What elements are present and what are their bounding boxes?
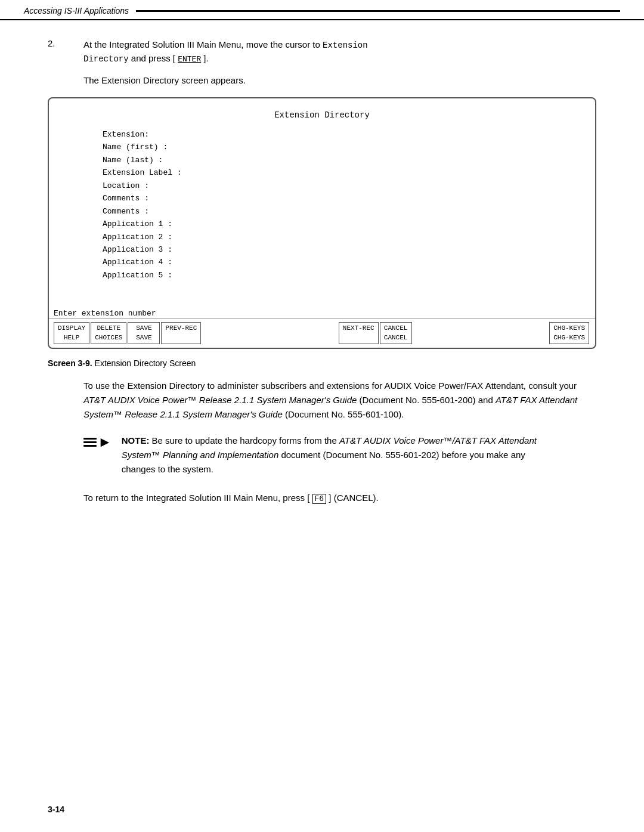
screen-field-6: Comments : — [103, 192, 577, 205]
screen-form: Extension: Name (first) : Name (last) : … — [67, 128, 577, 282]
fkey-cancel-cancel[interactable]: CANCELCANCEL — [380, 322, 412, 344]
screen-field-8: Application 1 : — [103, 218, 577, 230]
step-2-row: 2. At the Integrated Solution III Main M… — [48, 38, 596, 66]
body-para-1-em1: AT&T AUDIX Voice Power™ Release 2.1.1 Sy… — [83, 395, 357, 405]
step-2-text: At the Integrated Solution III Main Menu… — [83, 38, 368, 66]
header-rule — [136, 10, 620, 12]
screen-field-1: Extension: — [103, 128, 577, 141]
footer-key: F6 — [312, 494, 327, 504]
header-title: Accessing IS-III Applications — [24, 6, 129, 16]
fkey-display-help[interactable]: DISPLAYHELP — [54, 322, 89, 344]
note-label: NOTE: — [122, 435, 150, 446]
note-line-1 — [83, 438, 97, 440]
screen-field-10: Application 3 : — [103, 243, 577, 256]
step-text-before: At the Integrated Solution III Main Menu… — [83, 39, 323, 50]
body-para-1: To use the Extension Directory to admini… — [83, 379, 596, 422]
fkey-delete-choices[interactable]: DELETECHOICES — [91, 322, 126, 344]
screen-field-11: Application 4 : — [103, 256, 577, 268]
body-para-1-text1: To use the Extension Directory to admini… — [83, 381, 577, 391]
note-icon-wrapper: ► — [83, 434, 112, 450]
fkey-save-save[interactable]: SAVESAVE — [128, 322, 160, 344]
footer-para: To return to the Integrated Solution III… — [83, 491, 596, 506]
step-number: 2. — [48, 38, 83, 66]
screen-status: Enter extension number — [49, 309, 595, 318]
footer-text1: To return to the Integrated Solution III… — [83, 493, 312, 503]
screen-title: Extension Directory — [67, 110, 577, 120]
screen-field-3: Name (last) : — [103, 154, 577, 166]
header-bar: Accessing IS-III Applications — [0, 0, 644, 20]
note-lines-icon — [83, 438, 97, 447]
screen-field-9: Application 2 : — [103, 231, 577, 243]
screen-field-5: Location : — [103, 180, 577, 192]
footer-text2: ] (CANCEL). — [326, 493, 379, 503]
note-line-3 — [83, 445, 97, 447]
screen-caption-label: Screen 3-9. — [48, 358, 92, 368]
fkey-prev-rec[interactable]: PREV-REC — [161, 322, 201, 344]
page-number: 3-14 — [48, 805, 64, 814]
fkey-chg-keys[interactable]: CHG-KEYSCHG-KEYS — [549, 322, 589, 344]
screen-caption-text: Extension Directory Screen — [92, 358, 196, 368]
screen-box: Extension Directory Extension: Name (fir… — [48, 97, 596, 349]
fkey-next-rec[interactable]: NEXT-REC — [339, 322, 379, 344]
body-para-1-text3: (Document No. 555-601-100). — [283, 409, 404, 419]
screen-fkeys: DISPLAYHELP DELETECHOICES SAVESAVE PREV-… — [49, 318, 595, 348]
step-key: ENTER — [178, 55, 201, 64]
step-text-after: ]. — [201, 53, 209, 63]
note-content: NOTE: Be sure to update the hardcopy for… — [122, 434, 561, 477]
step-text-middle: and press [ — [129, 53, 178, 63]
screen-field-12: Application 5 : — [103, 269, 577, 282]
body-para-1-text2: (Document No. 555-601-200) and — [357, 395, 496, 405]
note-line-2 — [83, 441, 97, 443]
note-text1: Be sure to update the hardcopy forms fro… — [152, 435, 339, 446]
screen-field-7: Comments : — [103, 205, 577, 218]
note-arrow-icon: ► — [98, 434, 112, 450]
screen-caption: Screen 3-9. Extension Directory Screen — [48, 358, 596, 368]
screen-field-4: Extension Label : — [103, 166, 577, 179]
note-box: ► NOTE: Be sure to update the hardcopy f… — [83, 434, 561, 477]
sub-text: The Extension Directory screen appears. — [83, 75, 596, 85]
screen-field-2: Name (first) : — [103, 141, 577, 153]
